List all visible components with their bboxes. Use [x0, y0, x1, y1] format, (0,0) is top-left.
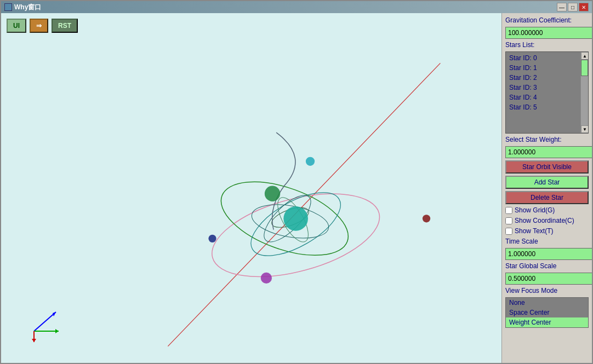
svg-marker-17 [55, 329, 59, 333]
svg-point-11 [208, 235, 216, 242]
close-button[interactable]: ✕ [579, 3, 589, 11]
star-global-scale-row: ▲ ▼ [505, 273, 589, 285]
svg-point-8 [283, 206, 308, 231]
canvas-area[interactable]: UI ⇒ RST [1, 13, 501, 363]
select-weight-label: Select Star Weight: [505, 136, 589, 143]
title-bar: Why窗口 — □ ✕ [1, 1, 592, 13]
main-content: UI ⇒ RST [1, 13, 592, 363]
window-title: Why窗口 [14, 3, 41, 12]
focus-mode-weight-center[interactable]: Weight Center [506, 317, 588, 327]
stars-list-label: Stars List: [505, 41, 589, 49]
app-icon [4, 3, 12, 11]
star-item-0[interactable]: Star ID: 0 [506, 53, 588, 63]
axes-display [18, 301, 67, 346]
show-coordinate-row: Show Coordinate(C) [505, 217, 589, 225]
time-scale-label: Time Scale [505, 238, 589, 245]
show-text-checkbox[interactable] [505, 228, 512, 235]
view-focus-label: View Focus Mode [505, 287, 589, 294]
focus-mode-none[interactable]: None [506, 298, 588, 308]
scroll-down-button[interactable]: ▼ [581, 125, 589, 133]
svg-point-1 [203, 178, 389, 292]
star-orbit-visible-button[interactable]: Star Orbit Visible [505, 160, 589, 174]
show-grid-row: Show Grid(G) [505, 206, 589, 215]
svg-point-9 [265, 186, 280, 201]
svg-marker-19 [32, 339, 36, 342]
star-item-1[interactable]: Star ID: 1 [506, 63, 588, 73]
gravitation-input[interactable] [505, 27, 592, 39]
stars-list-inner: Star ID: 0 Star ID: 1 Star ID: 2 Star ID… [506, 52, 588, 113]
scroll-up-button[interactable]: ▲ [581, 52, 589, 60]
add-star-button[interactable]: Add Star [505, 176, 589, 189]
select-weight-input[interactable] [505, 146, 592, 158]
show-coordinate-checkbox[interactable] [505, 217, 512, 224]
star-global-scale-label: Star Global Scale [505, 262, 589, 270]
svg-line-0 [168, 63, 440, 346]
scroll-thumb[interactable] [581, 60, 588, 76]
star-global-scale-input[interactable] [505, 273, 592, 285]
star-item-2[interactable]: Star ID: 2 [506, 73, 588, 83]
svg-marker-15 [53, 312, 56, 316]
sidebar: Gravitation Coefficient: ▲ ▼ Stars List:… [501, 13, 592, 363]
svg-line-14 [34, 312, 56, 331]
gravitation-row: ▲ ▼ [505, 27, 589, 39]
simulation-canvas [1, 13, 501, 363]
focus-mode-space-center[interactable]: Space Center [506, 308, 588, 317]
scroll-track [581, 60, 588, 125]
title-bar-left: Why窗口 [4, 3, 41, 12]
title-bar-buttons: — □ ✕ [557, 3, 589, 11]
svg-point-12 [423, 215, 430, 222]
show-text-row: Show Text(T) [505, 227, 589, 235]
maximize-button[interactable]: □ [568, 3, 578, 11]
stars-list-scrollbar: ▲ ▼ [580, 52, 588, 133]
show-grid-label: Show Grid(G) [515, 206, 555, 214]
star-item-3[interactable]: Star ID: 3 [506, 83, 588, 93]
focus-mode-list: None Space Center Weight Center [505, 297, 589, 328]
star-item-4[interactable]: Star ID: 4 [506, 93, 588, 102]
stars-list-box[interactable]: Star ID: 0 Star ID: 1 Star ID: 2 Star ID… [505, 51, 589, 134]
svg-point-10 [306, 157, 315, 166]
svg-point-13 [261, 273, 272, 284]
delete-star-button[interactable]: Delete Star [505, 191, 589, 204]
time-scale-input[interactable] [505, 248, 592, 260]
minimize-button[interactable]: — [557, 3, 567, 11]
star-item-5[interactable]: Star ID: 5 [506, 102, 588, 112]
gravitation-label: Gravitation Coefficient: [505, 16, 589, 24]
time-scale-row: ▲ ▼ [505, 248, 589, 260]
show-coordinate-label: Show Coordinate(C) [515, 217, 574, 224]
select-weight-row: ▲ ▼ [505, 146, 589, 158]
show-grid-checkbox[interactable] [505, 207, 512, 214]
main-window: Why窗口 — □ ✕ UI ⇒ RST [0, 0, 593, 364]
show-text-label: Show Text(T) [515, 227, 553, 235]
